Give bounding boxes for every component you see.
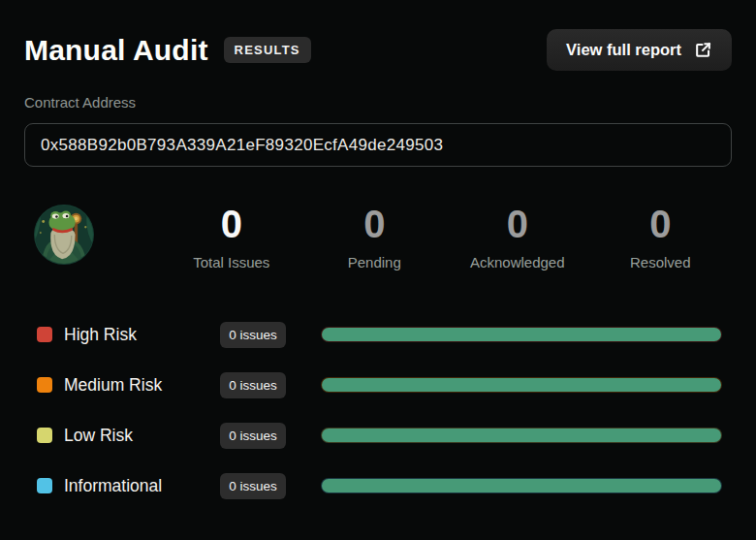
informational-progress-bar (322, 479, 721, 492)
results-badge: RESULTS (224, 37, 311, 63)
risk-label: Medium Risk (64, 375, 220, 396)
view-full-report-button[interactable]: View full report (547, 29, 732, 71)
medium-risk-swatch (37, 377, 52, 393)
stats-row: 0 Total Issues 0 Pending 0 Acknowledged … (24, 205, 732, 270)
stat-value: 0 (160, 205, 303, 243)
issue-count-badge: 0 issues (220, 322, 286, 348)
low-risk-swatch (37, 428, 52, 443)
stat-label: Resolved (589, 254, 733, 270)
medium-risk-progress-bar (322, 378, 721, 392)
low-risk-progress-bar (322, 429, 721, 442)
high-risk-swatch (37, 327, 52, 342)
informational-swatch (37, 478, 52, 493)
stat-label: Total Issues (160, 254, 303, 270)
contract-address-label: Contract Address (24, 94, 732, 111)
risk-row-medium: Medium Risk 0 issues (24, 360, 732, 410)
stat-pending: 0 Pending (303, 205, 447, 270)
stat-total-issues: 0 Total Issues (160, 205, 303, 270)
stat-label: Pending (303, 254, 447, 270)
risk-row-low: Low Risk 0 issues (24, 410, 732, 461)
risk-section: High Risk 0 issues Medium Risk 0 issues … (24, 309, 732, 511)
issue-count-badge: 0 issues (220, 473, 286, 499)
stat-label: Acknowledged (446, 254, 589, 270)
stat-value: 0 (303, 205, 447, 243)
stat-resolved: 0 Resolved (589, 205, 733, 270)
risk-row-high: High Risk 0 issues (24, 309, 732, 360)
risk-label: Informational (64, 476, 220, 496)
contract-address-input[interactable] (24, 123, 732, 167)
frog-wizard-avatar (34, 205, 94, 265)
risk-label: High Risk (64, 325, 220, 345)
view-full-report-label: View full report (566, 41, 681, 59)
issue-count-badge: 0 issues (220, 372, 286, 398)
risk-row-informational: Informational 0 issues (24, 461, 732, 511)
external-link-icon (694, 41, 712, 59)
risk-label: Low Risk (64, 426, 220, 446)
stats-grid: 0 Total Issues 0 Pending 0 Acknowledged … (160, 205, 732, 270)
page-title: Manual Audit (24, 34, 208, 67)
audit-panel: Manual Audit RESULTS View full report Co… (0, 0, 756, 540)
stat-value: 0 (589, 205, 733, 243)
issue-count-badge: 0 issues (220, 423, 286, 449)
stat-value: 0 (446, 205, 589, 243)
stat-acknowledged: 0 Acknowledged (446, 205, 589, 270)
high-risk-progress-bar (322, 328, 721, 341)
header: Manual Audit RESULTS View full report (24, 29, 732, 71)
